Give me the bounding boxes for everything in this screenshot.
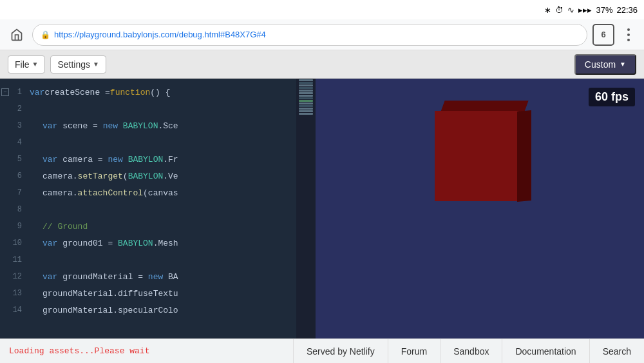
browser-chrome: 🔒 https://playground.babylonjs.com/debug… [0,19,644,50]
line-num-8: 8 [0,201,26,218]
netlify-label: Served by Netlify [307,346,375,357]
address-bar[interactable]: 🔒 https://playground.babylonjs.com/debug… [32,24,587,46]
forum-label: Forum [401,346,427,357]
status-bar: ∗ ⏱ ∿ ▸▸▸ 37% 22:36 [0,0,644,19]
fold-icon-1[interactable]: − [1,88,9,96]
url-text: https://playground.babylonjs.com/debug.h… [54,30,266,39]
line-num-6: 6 [0,168,26,184]
code-line-11 [26,251,316,268]
fps-counter: 60 fps [589,88,635,106]
code-editor[interactable]: − 1 2 3 4 5 6 7 8 9 10 11 12 13 14 var [0,79,316,338]
code-line-10: var ground01 = BABYLON.Mesh [26,235,316,251]
minimap [296,79,316,338]
lock-icon: 🔒 [41,30,50,39]
alarm-icon: ⏱ [555,5,564,15]
bottom-nav-documentation[interactable]: Documentation [502,339,589,363]
custom-button[interactable]: Custom ▼ [574,54,636,75]
canvas-area: 60 fps [316,79,644,338]
line-num-1: − 1 [0,84,26,101]
bottom-nav-search[interactable]: Search [589,339,644,363]
line-num-11: 11 [0,251,26,268]
code-line-13: groundMaterial.diffuseTextu [26,285,316,302]
bottom-nav-sandbox[interactable]: Sandbox [440,339,502,363]
code-line-1: var createScene = function () { [26,84,316,101]
box-front-face [435,111,518,201]
code-line-9: // Ground [26,218,316,235]
line-num-14: 14 [0,302,26,319]
browser-menu-button[interactable] [620,28,638,41]
settings-button[interactable]: Settings ▼ [50,55,106,74]
file-label: File [15,59,30,70]
menu-dot-3 [627,39,630,41]
file-chevron-icon: ▼ [32,61,39,68]
code-line-12: var groundMaterial = new BA [26,268,316,285]
sandbox-label: Sandbox [453,346,489,357]
code-line-8 [26,201,316,218]
box-right-face [517,110,531,202]
tab-count-button[interactable]: 6 [592,24,614,46]
custom-label: Custom [585,59,616,70]
settings-chevron-icon: ▼ [93,61,99,68]
menu-dot-2 [627,34,630,36]
main-content: − 1 2 3 4 5 6 7 8 9 10 11 12 13 14 var [0,79,644,338]
menu-dot-1 [627,28,630,31]
bluetooth-icon: ∗ [544,5,551,15]
code-line-2 [26,101,316,117]
home-button[interactable] [6,25,27,45]
documentation-label: Documentation [515,346,576,357]
line-numbers: − 1 2 3 4 5 6 7 8 9 10 11 12 13 14 [0,79,26,338]
code-lines-container: − 1 2 3 4 5 6 7 8 9 10 11 12 13 14 var [0,79,316,338]
signal-icon: ▸▸▸ [578,5,592,15]
bottom-nav-netlify[interactable]: Served by Netlify [293,339,388,363]
code-line-6: camera.setTarget(BABYLON.Ve [26,168,316,184]
settings-label: Settings [57,59,90,70]
file-button[interactable]: File ▼ [8,55,45,74]
code-line-14: groundMaterial.specularColo [26,302,316,319]
code-content: var createScene = function () { var scen… [26,79,316,338]
search-label: Search [603,346,631,357]
loading-text: Loading assets...Please wait [0,346,293,356]
wifi-icon: ∿ [567,5,574,15]
status-icons: ∗ ⏱ ∿ ▸▸▸ 37% 22:36 [544,5,638,15]
line-num-9: 9 [0,218,26,235]
bottom-bar: Loading assets...Please wait Served by N… [0,338,644,363]
toolbar: File ▼ Settings ▼ Custom ▼ [0,50,644,79]
line-num-7: 7 [0,184,26,201]
bottom-nav-forum[interactable]: Forum [388,339,440,363]
code-line-5: var camera = new BABYLON.Fr [26,151,316,168]
line-num-2: 2 [0,101,26,117]
code-line-7: camera.attachControl(canvas [26,184,316,201]
line-num-5: 5 [0,151,26,168]
line-num-4: 4 [0,134,26,151]
line-num-3: 3 [0,117,26,134]
line-num-12: 12 [0,268,26,285]
line-num-10: 10 [0,235,26,251]
custom-chevron-icon: ▼ [620,61,626,68]
code-line-3: var scene = new BABYLON.Sce [26,117,316,134]
battery-text: 37% [596,5,612,15]
time-text: 22:36 [616,5,638,15]
3d-box [428,98,518,201]
code-line-4 [26,134,316,151]
bottom-nav: Served by Netlify Forum Sandbox Document… [293,339,644,363]
line-num-13: 13 [0,285,26,302]
